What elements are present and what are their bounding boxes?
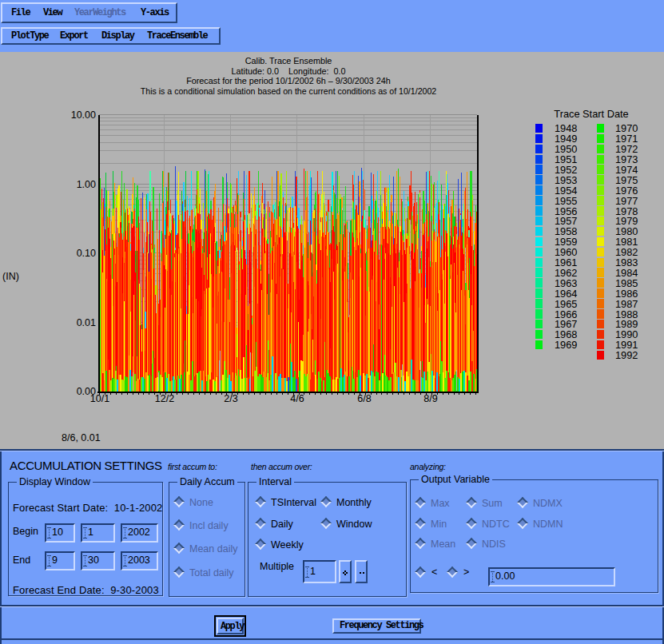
svg-text:(IN): (IN) — [2, 271, 19, 282]
svg-text:1992: 1992 — [615, 349, 638, 361]
svg-text:Trace Start Date: Trace Start Date — [554, 108, 628, 120]
svg-text:6/8: 6/8 — [357, 393, 371, 404]
svg-text:1969: 1969 — [555, 339, 577, 351]
svg-text:8/9: 8/9 — [423, 393, 437, 404]
svg-text:2/3: 2/3 — [224, 393, 237, 404]
svg-text:4/6: 4/6 — [290, 393, 304, 404]
svg-text:1.00: 1.00 — [77, 179, 96, 190]
svg-text:10/1: 10/1 — [90, 393, 109, 404]
svg-text:0.01: 0.01 — [77, 317, 96, 328]
svg-text:0.10: 0.10 — [77, 248, 96, 259]
svg-text:10.00: 10.00 — [71, 109, 96, 121]
svg-text:12/2: 12/2 — [155, 393, 174, 404]
